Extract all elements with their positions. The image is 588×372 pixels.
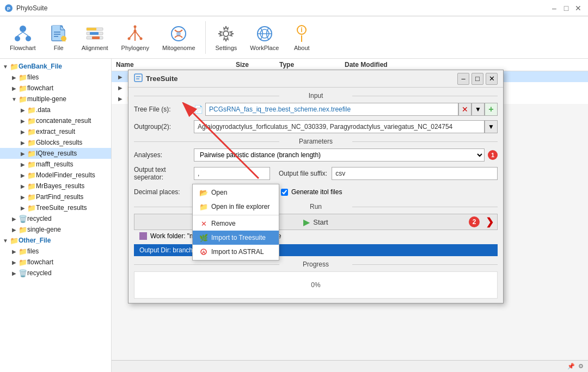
sidebar-item-iqtree[interactable]: ▶ 📁 IQtree_results xyxy=(0,148,111,159)
analyses-select[interactable]: Pairwise patristic distance (branch leng… xyxy=(194,148,485,162)
sidebar-item-flowchart2[interactable]: ▶ 📁 flowchart xyxy=(0,257,111,268)
toggle-files1[interactable]: ▶ xyxy=(10,73,19,82)
tree-file-add-btn[interactable]: + xyxy=(485,103,498,116)
ctx-open-explorer[interactable]: 📁 Open in file explorer xyxy=(193,200,279,214)
sep-label: Output text seperator: xyxy=(134,166,194,181)
folder-icon-gblocks: 📁 xyxy=(27,139,36,147)
toggle-genbank[interactable]: ▼ xyxy=(1,62,10,71)
sidebar-item-treesuite[interactable]: ▶ 📁 TreeSuite_results xyxy=(0,202,111,213)
dialog-minimize[interactable]: – xyxy=(457,73,469,85)
parameters-header: Parameters xyxy=(134,138,498,145)
tree-file-dropdown-btn[interactable]: ▼ xyxy=(471,103,485,116)
svg-text:P: P xyxy=(7,6,10,11)
settings-icon xyxy=(216,24,236,44)
maximize-button[interactable]: □ xyxy=(561,3,572,14)
svg-line-21 xyxy=(129,31,135,39)
title-bar: P PhyloSuite – □ ✕ xyxy=(0,0,588,16)
sidebar-item-multiple-gene[interactable]: ▼ 📁 multiple-gene xyxy=(0,94,111,104)
sidebar-item-concatenate[interactable]: ▶ 📁 concatenate_result xyxy=(0,115,111,126)
folder-icon-flowchart1: 📁 xyxy=(19,84,27,92)
sidebar-item-data[interactable]: ▶ 📁 .data xyxy=(0,104,111,115)
sidebar-item-other[interactable]: ▼ 📁 Other_File xyxy=(0,235,111,246)
ctx-import-astral[interactable]: A Import to ASTRAL xyxy=(193,245,279,259)
toolbar-alignment[interactable]: Alignment xyxy=(76,22,114,53)
analyses-label: Analyses: xyxy=(134,151,194,159)
tree-file-input-group: 📄 ✕ ▼ + xyxy=(194,103,498,116)
sep-input[interactable] xyxy=(194,167,270,180)
work-info: Work folder: "multiple-gene" in GenBank_… xyxy=(134,230,498,244)
dialog-close[interactable]: ✕ xyxy=(486,73,498,85)
folder-icon-extract: 📁 xyxy=(27,128,36,136)
minimize-button[interactable]: – xyxy=(549,3,560,14)
app-title: PhyloSuite xyxy=(16,4,549,12)
toolbar-mitogenome[interactable]: Mitogenome xyxy=(157,22,201,53)
toolbar-flowchart[interactable]: Flowchart xyxy=(4,22,41,53)
sidebar-item-modelfinder[interactable]: ▶ 📁 ModelFinder_results xyxy=(0,170,111,181)
outgroup-row: Outgroup(2): ▼ xyxy=(134,120,498,133)
app-icon: P xyxy=(4,4,13,13)
window-controls: – □ ✕ xyxy=(549,3,584,14)
sidebar-item-mafft[interactable]: ▶ 📁 mafft_results xyxy=(0,159,111,170)
sidebar-item-single-gene[interactable]: ▶ 📁 single-gene xyxy=(0,224,111,235)
sidebar-item-partfind[interactable]: ▶ 📁 PartFind_results xyxy=(0,191,111,202)
sidebar-item-mrbayes[interactable]: ▶ 📁 MrBayes_results xyxy=(0,181,111,191)
sidebar-item-genbank[interactable]: ▼ 📁 GenBank_File xyxy=(0,61,111,72)
svg-point-29 xyxy=(223,31,229,36)
ctx-explorer-label: Open in file explorer xyxy=(211,203,270,210)
mitogenome-icon xyxy=(169,24,188,44)
sidebar-item-files2[interactable]: ▶ 📁 files xyxy=(0,246,111,257)
svg-rect-19 xyxy=(92,36,100,39)
sidebar-item-recycled2[interactable]: ▶ 🗑️ recycled xyxy=(0,268,111,278)
col-header-date: Date Modified xyxy=(340,61,427,69)
start-label: Start xyxy=(313,218,328,226)
sidebar-item-flowchart1[interactable]: ▶ 📁 flowchart xyxy=(0,83,111,94)
astral-icon: A xyxy=(199,247,208,256)
dialog-maximize[interactable]: □ xyxy=(471,73,483,85)
settings-small-icon[interactable]: ⚙ xyxy=(578,363,584,370)
analyses-row: Analyses: Pairwise patristic distance (b… xyxy=(134,148,498,162)
suffix-input[interactable] xyxy=(332,167,498,180)
close-button[interactable]: ✕ xyxy=(573,3,584,14)
svg-rect-15 xyxy=(87,28,96,30)
tree-file-label: Tree File (s): xyxy=(134,106,194,113)
dialog-title-icon xyxy=(134,73,143,84)
ctx-open[interactable]: 📂 Open xyxy=(193,185,279,200)
toggle-multiple-gene[interactable]: ▼ xyxy=(10,95,19,103)
start-button[interactable]: ▶ Start 2 ❯ xyxy=(134,214,498,230)
svg-point-28 xyxy=(176,32,181,36)
about-label: About xyxy=(294,45,310,51)
folder-icon-mafft: 📁 xyxy=(27,160,36,169)
toolbar-file[interactable]: File xyxy=(44,22,74,53)
context-menu: 📂 Open 📁 Open in file explorer ✕ Remove … xyxy=(192,184,279,261)
chevron-down-icon[interactable]: ❯ xyxy=(486,216,494,228)
suffix-label: Output file suffix: xyxy=(279,170,327,177)
generate-itol-checkbox[interactable] xyxy=(281,189,288,196)
toolbar-workplace[interactable]: WorkPlace xyxy=(244,22,284,53)
ctx-remove-label: Remove xyxy=(211,220,236,227)
open-icon: 📂 xyxy=(199,188,208,197)
ctx-astral-label: Import to ASTRAL xyxy=(211,248,264,256)
sidebar-item-recycled1[interactable]: ▶ 🗑️ recycled xyxy=(0,213,111,224)
svg-point-26 xyxy=(134,29,137,32)
ctx-import-treesuite[interactable]: 🌿 Import to Treesuite xyxy=(193,231,279,245)
toolbar-phylogeny[interactable]: Phylogeny xyxy=(116,22,155,53)
col-header-size: Size xyxy=(231,61,275,69)
outgroup-input[interactable] xyxy=(194,120,485,133)
svg-rect-39 xyxy=(134,74,142,82)
tree-file-input[interactable] xyxy=(205,103,458,116)
outgroup-dropdown-btn[interactable]: ▼ xyxy=(485,120,498,133)
decimal-label: Decimal places: xyxy=(134,188,194,196)
tree-file-doc-icon: 📄 xyxy=(194,105,203,114)
toggle-flowchart1[interactable]: ▶ xyxy=(10,84,19,92)
ctx-treesuite-label: Import to Treesuite xyxy=(211,234,266,241)
toolbar-about[interactable]: i About xyxy=(286,22,317,53)
ctx-remove[interactable]: ✕ Remove xyxy=(193,216,279,231)
sidebar-item-gblocks[interactable]: ▶ 📁 Gblocks_results xyxy=(0,137,111,148)
toolbar-settings[interactable]: Settings xyxy=(210,22,243,53)
tree-file-clear-btn[interactable]: ✕ xyxy=(458,103,471,116)
sidebar-item-extract[interactable]: ▶ 📁 extract_result xyxy=(0,126,111,137)
toolbar-divider xyxy=(205,21,206,54)
progress-area: 0% xyxy=(134,271,498,299)
sidebar-item-files1[interactable]: ▶ 📁 files xyxy=(0,72,111,83)
col-header-name: Name xyxy=(112,61,231,69)
